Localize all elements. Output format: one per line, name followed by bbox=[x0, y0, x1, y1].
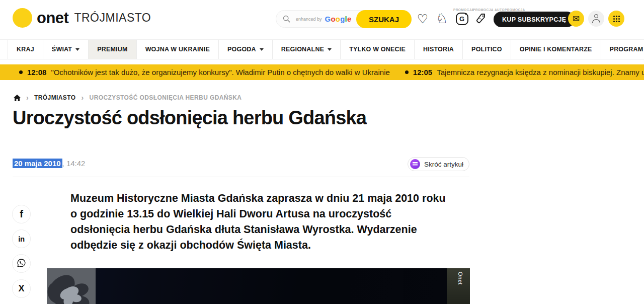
autopromo-label: AUTOPROMOCJA bbox=[495, 8, 525, 12]
nav-item-politico[interactable]: POLITICO bbox=[462, 40, 511, 59]
breadcrumb-separator: › bbox=[26, 94, 29, 102]
apps-grid-icon[interactable] bbox=[608, 11, 624, 27]
promo-g-icon[interactable]: G bbox=[455, 11, 469, 26]
page-title: Uroczystość odsłonięcia herbu Gdańska bbox=[13, 107, 366, 129]
chevron-down-icon bbox=[75, 48, 79, 51]
site-section-name: TRÓJMIASTO bbox=[74, 11, 151, 25]
nav-item-regionalne[interactable]: REGIONALNE bbox=[272, 40, 340, 59]
search-button[interactable]: SZUKAJ bbox=[356, 10, 412, 28]
ticker-item[interactable]: 12:08 "Ochotników jest tak dużo, że orga… bbox=[19, 68, 390, 77]
breadcrumb-section[interactable]: TRÓJMIASTO bbox=[34, 94, 75, 101]
share-facebook-button[interactable]: f bbox=[12, 205, 31, 223]
onet-logo-brand: onet bbox=[37, 9, 68, 27]
share-whatsapp-button[interactable] bbox=[12, 254, 31, 273]
x-icon: X bbox=[18, 283, 24, 294]
nav-item-swiat[interactable]: ŚWIAT bbox=[43, 40, 88, 59]
nav-item-tylko-w-onecie[interactable]: TYLKO W ONECIE bbox=[340, 40, 414, 59]
onet-logo-circle-icon bbox=[13, 8, 32, 28]
nav-item-premium[interactable]: PREMIUM bbox=[88, 40, 136, 59]
onet-logo[interactable]: onet TRÓJMIASTO bbox=[13, 8, 151, 28]
search-icon bbox=[283, 15, 290, 23]
carved-ornament-image bbox=[47, 268, 96, 304]
live-news-ticker: 12:08 "Ochotników jest tak dużo, że orga… bbox=[0, 64, 644, 80]
article-date-row: 20 maja 2010, 14:42 bbox=[13, 159, 85, 168]
article-time: , 14:42 bbox=[62, 159, 86, 168]
whatsapp-icon bbox=[17, 258, 26, 269]
linkedin-icon: in bbox=[18, 235, 24, 243]
nav-item-opinie-i-komentarze[interactable]: OPINIE I KOMENTARZE bbox=[511, 40, 601, 59]
favorites-heart-icon[interactable]: ♡ bbox=[416, 11, 430, 26]
promo-tag-icon[interactable] bbox=[474, 11, 488, 26]
main-nav: KRAJ ŚWIAT PREMIUM WOJNA W UKRAINIE POGO… bbox=[0, 39, 644, 59]
facebook-icon: f bbox=[20, 208, 23, 220]
ticker-time: 12:05 bbox=[413, 68, 432, 77]
home-icon[interactable] bbox=[14, 95, 21, 101]
enhanced-by-label: enhanced by bbox=[296, 17, 322, 22]
ticker-bullet-icon bbox=[19, 70, 23, 74]
ticker-bullet-icon bbox=[405, 70, 409, 74]
article-lead: Muzeum Historyczne Miasta Gdańska zapras… bbox=[70, 191, 454, 253]
breadcrumb-current: UROCZYSTOŚĆ ODSŁONIĘCIA HERBU GDAŃSKA bbox=[90, 94, 242, 101]
nav-item-historia[interactable]: HISTORIA bbox=[414, 40, 462, 59]
chevron-down-icon bbox=[328, 48, 332, 51]
article-image: Onet bbox=[47, 268, 470, 304]
search-bar[interactable]: enhanced by Google SZUKAJ bbox=[276, 10, 412, 28]
breadcrumb-separator: › bbox=[82, 94, 84, 102]
share-x-button[interactable]: X bbox=[12, 279, 31, 298]
ticker-headline: "Ochotników jest tak dużo, że organizuje… bbox=[51, 68, 389, 77]
nav-item-wojna-w-ukrainie[interactable]: WOJNA W UKRAINIE bbox=[136, 40, 218, 59]
onet-watermark: Onet bbox=[457, 272, 463, 285]
mail-icon[interactable]: ✉ bbox=[568, 11, 584, 27]
chevron-down-icon bbox=[260, 48, 264, 51]
nav-item-pogoda[interactable]: POGODA bbox=[218, 40, 272, 59]
summarize-label: Skróć artykuł bbox=[424, 161, 463, 168]
google-logo: Google bbox=[325, 15, 352, 23]
ticker-time: 12:08 bbox=[27, 68, 46, 77]
summarize-article-button[interactable]: Skróć artykuł bbox=[408, 157, 469, 171]
breadcrumb: › TRÓJMIASTO › UROCZYSTOŚĆ ODSŁONIĘCIA H… bbox=[14, 94, 242, 102]
article-date-selected: 20 maja 2010 bbox=[13, 159, 62, 168]
nav-item-kraj[interactable]: KRAJ bbox=[8, 40, 43, 59]
user-account-icon[interactable] bbox=[588, 11, 604, 27]
buy-subscription-button[interactable]: KUP SUBSKRYPCJĘ bbox=[494, 12, 575, 27]
divider bbox=[13, 177, 469, 177]
ticker-item[interactable]: 12:05 Tajemnicza rezygnacja księdza z no… bbox=[405, 68, 644, 77]
chess-knight-icon[interactable]: ♘ bbox=[435, 11, 449, 26]
site-header: onet TRÓJMIASTO enhanced by Google SZUKA… bbox=[0, 0, 644, 39]
onet-article-page: onet TRÓJMIASTO enhanced by Google SZUKA… bbox=[0, 0, 644, 304]
ai-summary-icon bbox=[410, 159, 420, 169]
ticker-headline: Tajemnicza rezygnacja księdza z nominacj… bbox=[437, 68, 644, 77]
nav-item-program-tv[interactable]: PROGRAM TV bbox=[601, 40, 644, 59]
share-linkedin-button[interactable]: in bbox=[12, 230, 31, 248]
